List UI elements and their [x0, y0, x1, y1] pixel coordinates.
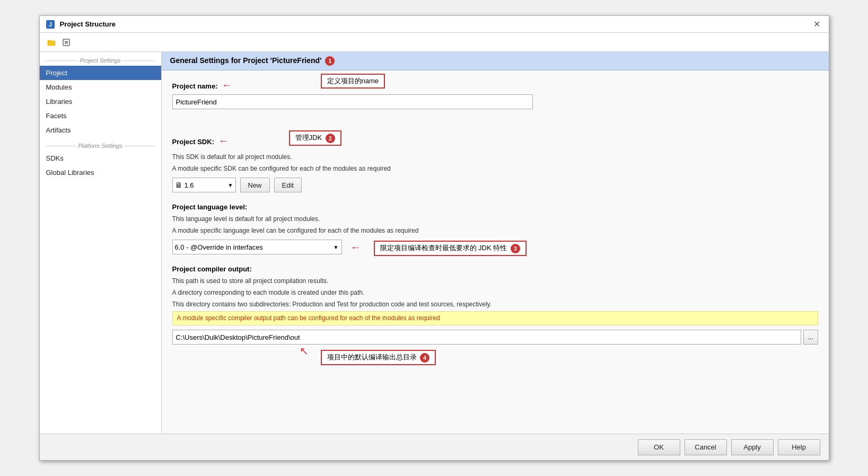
compiler-output-path-input[interactable] [172, 330, 801, 345]
sidebar-item-facets[interactable]: Facets [40, 109, 161, 123]
toolbar [40, 33, 829, 52]
sidebar-item-project-label: Project [46, 69, 67, 77]
sidebar-item-sdks-label: SDKs [46, 154, 64, 162]
compiler-output-desc3: This directory contains two subdirectori… [172, 299, 818, 309]
lang-level-select[interactable]: 6.0 - @Override in interfaces [172, 240, 342, 254]
platform-settings-section-label: Platform Settings [40, 137, 161, 151]
folder-icon [47, 38, 56, 47]
svg-text:J: J [48, 21, 51, 28]
lang-level-desc1: This language level is default for all p… [172, 214, 818, 224]
sidebar-item-libraries[interactable]: Libraries [40, 94, 161, 109]
toolbar-icon1-button[interactable] [45, 36, 58, 49]
dialog-title: Project Structure [60, 20, 116, 28]
project-name-label: Project name: ← [172, 79, 818, 91]
sidebar-item-libraries-label: Libraries [46, 98, 73, 105]
browse-button[interactable]: ... [803, 330, 818, 345]
annotation-3: 限定项目编译检查时最低要求的 JDK 特性 3 [374, 241, 527, 256]
cancel-button[interactable]: Cancel [685, 439, 727, 455]
main-body: Project name: ← 定义项目的name [162, 70, 829, 434]
compiler-output-note: A module specific compiler output path c… [172, 311, 818, 325]
app-icon: J [45, 19, 56, 30]
sidebar: Project Settings Project Modules Librari… [40, 52, 162, 434]
project-settings-section-label: Project Settings [40, 52, 161, 66]
project-name-input[interactable] [172, 94, 533, 109]
sdk-label-wrapper: Project SDK: ← 管理JDK 2 [172, 135, 818, 147]
settings-icon [62, 38, 71, 47]
sidebar-item-artifacts-label: Artifacts [46, 126, 71, 134]
arrow3-icon: ← [350, 241, 361, 253]
sdk-version-select[interactable]: 🖥 1.6 ▼ [172, 178, 236, 192]
annotation-1: 定义项目的name [321, 74, 385, 89]
close-button[interactable]: ✕ [810, 18, 823, 30]
compiler-output-desc1: This path is used to store all project c… [172, 276, 818, 286]
sidebar-item-facets-label: Facets [46, 112, 67, 120]
sidebar-item-modules-label: Modules [46, 83, 72, 91]
title-bar: J Project Structure ✕ [40, 16, 829, 33]
arrow1-icon: ← [222, 79, 232, 91]
toolbar-icon2-button[interactable] [60, 36, 73, 49]
main-header-text: General Settings for Project 'PictureFri… [170, 56, 322, 65]
sdk-new-button[interactable]: New [240, 178, 270, 192]
sdk-select-icon: 🖥 [175, 181, 182, 189]
project-name-section: Project name: ← 定义项目的name [172, 79, 818, 109]
lang-select-wrapper: 6.0 - @Override in interfaces ▼ [172, 240, 342, 254]
lang-level-section: Project language level: This language le… [172, 203, 818, 254]
help-button[interactable]: Help [778, 439, 820, 455]
annotation-2-num: 2 [326, 134, 335, 143]
sdk-dropdown-arrow-icon: ▼ [228, 182, 233, 188]
sidebar-item-sdks[interactable]: SDKs [40, 151, 161, 165]
compiler-output-desc2: A directory corresponding to each module… [172, 288, 818, 297]
sidebar-item-global-libraries-label: Global Libraries [46, 169, 94, 177]
lang-level-desc2: A module specific language level can be … [172, 226, 818, 235]
apply-button[interactable]: Apply [731, 439, 774, 455]
ok-button[interactable]: OK [638, 439, 680, 455]
project-name-wrapper: Project name: ← 定义项目的name [172, 79, 818, 109]
sidebar-item-modules[interactable]: Modules [40, 80, 161, 94]
svg-rect-3 [65, 41, 68, 44]
sidebar-item-project[interactable]: Project [40, 66, 161, 80]
sdk-row: 🖥 1.6 ▼ New Edit [172, 178, 818, 192]
sdk-desc1: This SDK is default for all project modu… [172, 152, 818, 162]
annotation-2: 管理JDK 2 [289, 130, 341, 146]
main-header: General Settings for Project 'PictureFri… [162, 52, 829, 70]
project-sdk-label: Project SDK: ← [172, 135, 818, 147]
project-sdk-section: Project SDK: ← 管理JDK 2 This SDK is defau… [172, 135, 818, 192]
annotation-4-area: ↖ 项目中的默认编译输出总目录 4 [172, 345, 818, 376]
annotation-4-num: 4 [420, 353, 429, 363]
content-area: Project Settings Project Modules Librari… [40, 52, 829, 434]
annotation-3-num: 3 [511, 244, 520, 253]
title-bar-left: J Project Structure [45, 19, 116, 30]
compiler-output-label: Project compiler output: [172, 265, 818, 273]
sdk-desc2: A module specific SDK can be configured … [172, 164, 818, 173]
lang-level-label: Project language level: [172, 203, 818, 211]
output-path-row: ... [172, 330, 818, 345]
header-annotation-number: 1 [325, 56, 335, 66]
lang-select-row: 6.0 - @Override in interfaces ▼ ← 限定项目编译… [172, 240, 818, 254]
project-structure-dialog: J Project Structure ✕ Project Settings P… [39, 15, 829, 461]
sidebar-item-artifacts[interactable]: Artifacts [40, 123, 161, 137]
sdk-version-text: 1.6 [185, 181, 226, 189]
compiler-output-section: Project compiler output: This path is us… [172, 265, 818, 376]
arrow4-icon: ↖ [300, 345, 309, 357]
sdk-edit-button[interactable]: Edit [274, 178, 302, 192]
main-panel: General Settings for Project 'PictureFri… [162, 52, 829, 434]
arrow2-icon: ← [218, 135, 229, 146]
annotation-4: 项目中的默认编译输出总目录 4 [321, 350, 436, 365]
bottom-bar: OK Cancel Apply Help [40, 434, 829, 460]
sidebar-item-global-libraries[interactable]: Global Libraries [40, 165, 161, 180]
